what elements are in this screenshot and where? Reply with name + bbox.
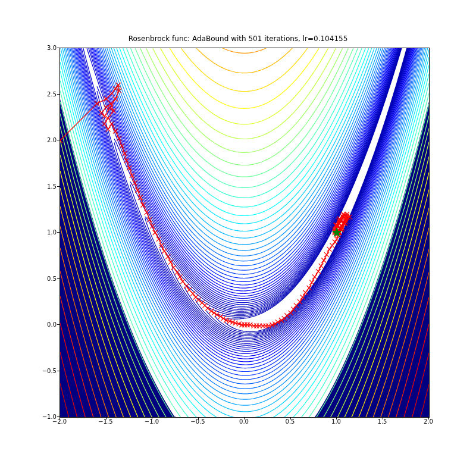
trajectory-marker-x-icon (212, 311, 217, 315)
plot-canvas (60, 48, 429, 417)
trajectory-marker-x-icon (327, 247, 332, 252)
trajectory-marker-x-icon (190, 291, 195, 296)
trajectory-marker-x-icon (184, 284, 189, 289)
trajectory-marker-x-icon (333, 240, 337, 245)
y-tick-label: 1.5 (47, 183, 57, 189)
y-tick-label: −1.0 (42, 414, 57, 420)
trajectory-marker-x-icon (171, 265, 176, 270)
trajectory-marker-x-icon (209, 309, 214, 314)
trajectory-marker-x-icon (175, 270, 180, 275)
trajectory-marker-x-icon (324, 252, 329, 257)
plot-axes (60, 48, 430, 418)
chart-title: Rosenbrock func: AdaBound with 501 itera… (0, 35, 476, 43)
y-tick-label: 2.5 (47, 90, 57, 97)
trajectory-marker-x-icon (153, 230, 158, 235)
trajectory-marker-x-icon (309, 280, 314, 285)
trajectory-marker-x-icon (316, 269, 321, 274)
trajectory-marker-x-icon (319, 264, 324, 268)
trajectory-marker-x-icon (180, 279, 185, 284)
trajectory-marker-x-icon (162, 249, 167, 253)
trajectory-marker-x-icon (330, 243, 334, 248)
trajectory-marker-x-icon (312, 274, 317, 279)
y-tick-label: 1.0 (47, 229, 57, 236)
trajectory-marker-x-icon (165, 254, 170, 259)
y-tick-label: 3.0 (47, 45, 57, 51)
y-tick-label: 0.5 (47, 275, 57, 281)
y-tick-label: 0.0 (47, 321, 57, 328)
trajectory-marker-x-icon (178, 274, 183, 279)
y-tick-label: −0.5 (42, 367, 57, 374)
trajectory-marker-x-icon (303, 290, 308, 295)
figure: Rosenbrock func: AdaBound with 501 itera… (0, 0, 476, 476)
trajectory-marker-x-icon (321, 258, 326, 263)
trajectory-marker-x-icon (221, 316, 226, 321)
y-tick-label: 2.0 (47, 137, 57, 143)
